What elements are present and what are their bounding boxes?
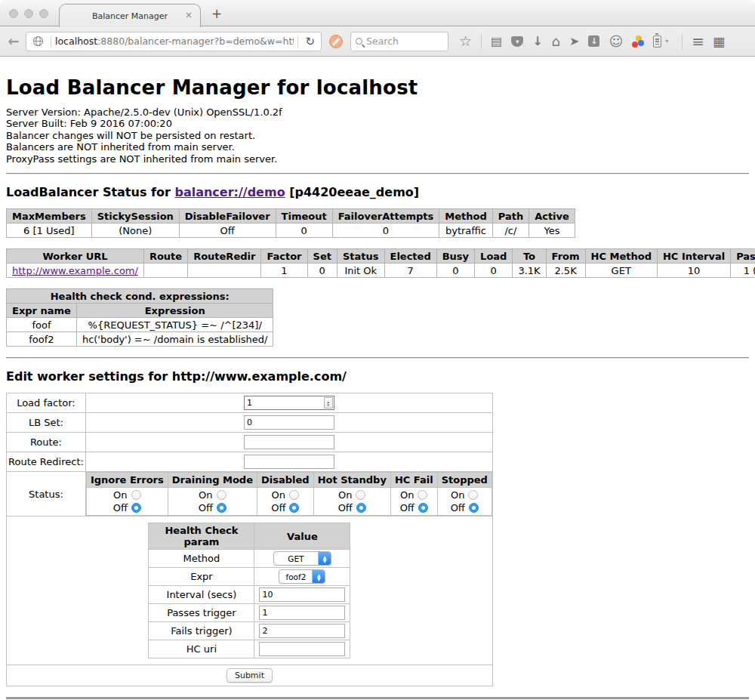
- route-redirect-input[interactable]: [244, 455, 334, 469]
- ignore-errors-on-radio[interactable]: [131, 490, 141, 500]
- reload-icon[interactable]: ↻: [302, 35, 318, 48]
- colored-dots-icon[interactable]: [632, 35, 644, 48]
- tab-balancer-manager[interactable]: Balancer Manager ×: [59, 4, 201, 27]
- form-row-route-redirect: Route Redirect:: [7, 452, 493, 472]
- expr-label: Expr: [149, 568, 254, 586]
- stopped-off-radio[interactable]: [469, 503, 479, 513]
- divider: [6, 173, 749, 174]
- menu-hamburger-icon[interactable]: ≡: [692, 32, 704, 51]
- col-hc-fail: HC Fail: [390, 473, 437, 488]
- globe-icon[interactable]: [32, 35, 44, 47]
- minimize-window-button[interactable]: [24, 9, 33, 18]
- tab-title: Balancer Manager: [92, 11, 168, 21]
- url-text[interactable]: localhost:8880/balancer-manager?b=demo&w…: [55, 35, 294, 47]
- disabled-off-radio[interactable]: [289, 503, 299, 513]
- hc-row-interval: Interval (secs): [149, 586, 350, 604]
- passes-input[interactable]: [259, 606, 345, 620]
- col-route: Route: [143, 249, 187, 264]
- table-header-row: MaxMembers StickySession DisableFailover…: [7, 209, 575, 224]
- heading-prefix: LoadBalancer Status for: [6, 185, 174, 199]
- bookmark-star-icon[interactable]: ☆: [459, 34, 472, 48]
- page-title: Load Balancer Manager for localhost: [6, 76, 749, 99]
- pocket-icon[interactable]: ▾: [511, 36, 523, 47]
- ignore-errors-off-radio[interactable]: [131, 503, 141, 513]
- col-ignore-errors: Ignore Errors: [86, 473, 168, 488]
- send-plane-icon[interactable]: ➤: [569, 35, 579, 48]
- draining-mode-off-radio[interactable]: [217, 503, 226, 513]
- cell-expression: %{REQUEST_STATUS} =~ /^[234]/: [76, 318, 273, 332]
- load-factor-stepper[interactable]: ▴▾: [244, 396, 334, 410]
- fails-input[interactable]: [259, 624, 345, 638]
- lb-set-input[interactable]: [244, 415, 334, 430]
- hc-fail-on-radio[interactable]: [418, 490, 427, 500]
- hot-standby-off-radio[interactable]: [356, 503, 366, 513]
- download-box-icon[interactable]: ↓: [588, 35, 599, 47]
- col-worker-url: Worker URL: [7, 249, 144, 264]
- radio-on-label: On: [113, 489, 127, 501]
- col-elected: Elected: [384, 249, 436, 264]
- radio-off-label: Off: [400, 501, 414, 514]
- col-to: To: [513, 249, 546, 264]
- zoom-window-button[interactable]: [39, 9, 48, 18]
- draining-mode-on-radio[interactable]: [217, 490, 226, 500]
- col-hc-interval: HC Interval: [657, 249, 730, 264]
- expr-select[interactable]: foof2▲▼: [279, 569, 325, 584]
- home-icon[interactable]: ⌂: [552, 35, 560, 48]
- col-timeout: Timeout: [276, 209, 332, 224]
- hc-row-passes: Passes trigger: [149, 604, 350, 622]
- hot-standby-on-radio[interactable]: [356, 490, 365, 500]
- method-select[interactable]: GET▲▼: [273, 551, 331, 566]
- window-controls[interactable]: [9, 9, 48, 18]
- col-hc-value: Value: [254, 523, 350, 550]
- number-spinner-icon[interactable]: ▴▾: [324, 397, 333, 409]
- balancer-demo-link[interactable]: balancer://demo: [174, 185, 285, 199]
- clipboard-icon[interactable]: ▤: [491, 35, 502, 48]
- method-selected-value: GET: [274, 552, 318, 565]
- server-info: Server Version: Apache/2.5.0-dev (Unix) …: [6, 106, 749, 165]
- blocker-extension-icon[interactable]: [329, 35, 343, 48]
- persist-note-line: Balancer changes will NOT be persisted o…: [6, 130, 749, 141]
- worker-url-link[interactable]: http://www.example.com/: [12, 265, 138, 276]
- form-row-route: Route:: [7, 433, 493, 452]
- tab-close-icon[interactable]: ×: [185, 10, 193, 20]
- hc-row-method: Method GET▲▼: [149, 550, 350, 568]
- new-tab-button[interactable]: +: [211, 6, 222, 21]
- status-options-table: Ignore Errors Draining Mode Disabled Hot…: [86, 472, 492, 516]
- expr-selected-value: foof2: [279, 570, 312, 583]
- hc-header-row: Health Check param Value: [149, 523, 350, 550]
- inherit-note-line: Balancers are NOT inherited from main se…: [6, 141, 749, 153]
- passes-label: Passes trigger: [149, 604, 254, 622]
- tab-bar: Balancer Manager × +: [0, 0, 755, 26]
- table-header-row: Worker URL Route RouteRedir Factor Set S…: [7, 249, 755, 264]
- pages-grid-icon[interactable]: ▦: [713, 34, 725, 49]
- radio-off-label: Off: [338, 501, 353, 514]
- downloads-icon[interactable]: ↓: [532, 35, 542, 48]
- submit-button[interactable]: Submit: [226, 668, 273, 683]
- chat-smiley-icon[interactable]: ☺: [609, 35, 623, 48]
- cell-maxmembers: 6 [1 Used]: [7, 224, 92, 238]
- hc-fail-off-radio[interactable]: [418, 503, 428, 513]
- radio-on-label: On: [338, 489, 352, 501]
- radio-on-label: On: [272, 489, 285, 501]
- dropdown-caret-icon[interactable]: ▾: [665, 38, 668, 45]
- close-window-button[interactable]: [9, 9, 18, 18]
- search-bar[interactable]: Search: [350, 32, 448, 51]
- health-check-params-table: Health Check param Value Method GET▲▼ Ex…: [148, 523, 350, 658]
- route-input[interactable]: [244, 435, 334, 449]
- back-icon[interactable]: ←: [6, 33, 21, 49]
- url-bar[interactable]: localhost:8880/balancer-manager?b=demo&w…: [26, 32, 322, 51]
- stopped-on-radio[interactable]: [468, 490, 478, 500]
- cell-failoverattempts: 0: [332, 224, 439, 238]
- disabled-on-radio[interactable]: [289, 490, 299, 500]
- form-row-status: Status: Ignore Errors Draining Mode Disa…: [7, 472, 493, 517]
- cell-expression: hc('body') =~ /domain is established/: [76, 332, 273, 347]
- cell-active: Yes: [529, 224, 575, 238]
- interval-input[interactable]: [259, 587, 345, 602]
- cell-hc-interval: 10: [657, 264, 730, 278]
- cell-path: /c/: [492, 224, 528, 238]
- battery-icon[interactable]: [653, 35, 661, 48]
- divider: [6, 357, 749, 359]
- load-factor-input[interactable]: [245, 397, 324, 409]
- hc-expr-title: Health check cond. expressions:: [7, 289, 273, 304]
- hc-uri-input[interactable]: [259, 642, 345, 656]
